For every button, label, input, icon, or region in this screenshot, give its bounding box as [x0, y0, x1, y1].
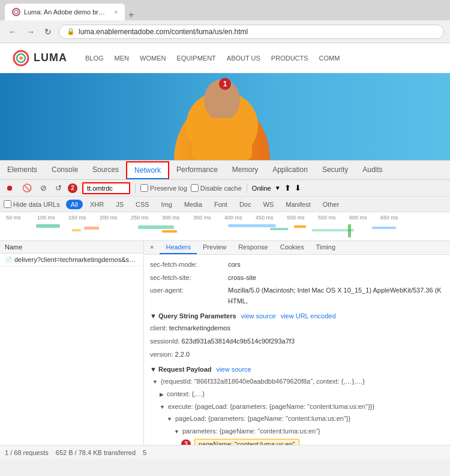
dropdown-arrow-icon: ▼	[275, 185, 281, 191]
details-tab-timing[interactable]: Timing	[310, 241, 341, 254]
pill-js[interactable]: JS	[111, 200, 128, 209]
svg-text:150 ms: 150 ms	[68, 215, 86, 221]
nav-products[interactable]: PRODUCTS	[271, 55, 308, 62]
param-version: version: 2.2.0	[150, 348, 444, 361]
tab-performance[interactable]: Performance	[169, 162, 225, 179]
svg-text:300 ms: 300 ms	[162, 215, 180, 221]
filter-input[interactable]	[82, 182, 130, 194]
svg-rect-30	[312, 229, 354, 231]
tree-item-parameters[interactable]: ▼ parameters: {pageName: "content:luma:u…	[150, 425, 444, 438]
svg-text:50 ms: 50 ms	[6, 215, 21, 221]
back-button[interactable]: ←	[6, 26, 19, 38]
tree-item-pageload[interactable]: ▼ pageLoad: {parameters: {pageName: "con…	[150, 412, 444, 425]
active-tab[interactable]: Luma: An Adobe demo brand ×	[5, 4, 125, 20]
pill-all[interactable]: All	[66, 200, 83, 209]
pill-other[interactable]: Other	[318, 200, 344, 209]
browser-chrome: Luma: An Adobe demo brand × + ← → ↻ 🔒 lu…	[0, 0, 450, 43]
hide-data-urls-checkbox[interactable]	[4, 200, 11, 208]
file-icon: 📄	[5, 257, 12, 263]
svg-text:650 ms: 650 ms	[380, 215, 398, 221]
download-icon: ⬇	[295, 183, 301, 192]
filter-button[interactable]: ⊘	[38, 182, 49, 194]
nav-about-us[interactable]: ABOUT US	[227, 55, 260, 62]
tree-item-pagename[interactable]: 3 pageName: "content:luma:us:en"	[150, 438, 444, 445]
details-panel[interactable]: × Headers Preview Response Cookies Timin…	[144, 241, 450, 445]
tree-item-context[interactable]: ▶ context: {,…}	[150, 388, 444, 400]
pill-media[interactable]: Media	[179, 200, 207, 209]
tab-console[interactable]: Console	[44, 162, 85, 179]
details-tab-preview[interactable]: Preview	[197, 241, 232, 254]
svg-rect-27	[228, 224, 276, 227]
tab-close-button[interactable]: ×	[114, 9, 118, 16]
tree-item-0[interactable]: ▼ {requestId: "866f332a818640e0aabdbb467…	[150, 375, 444, 388]
annotation-1: 1	[219, 78, 231, 90]
svg-point-1	[14, 10, 18, 14]
tab-title: Luma: An Adobe demo brand	[24, 8, 108, 16]
search-button[interactable]: ↺	[53, 182, 64, 194]
header-row-sec-fetch-site: sec-fetch-site: cross-site	[150, 272, 444, 285]
main-panel: Name 📄 delivery?client=techmarketingdemo…	[0, 241, 450, 445]
tab-application[interactable]: Application	[265, 162, 315, 179]
tab-favicon	[12, 8, 20, 16]
details-tab-response[interactable]: Response	[232, 241, 274, 254]
preserve-log-label[interactable]: Preserve log	[140, 184, 187, 192]
tab-sources[interactable]: Sources	[85, 162, 126, 179]
refresh-button[interactable]: ↻	[42, 26, 54, 38]
view-url-encoded-link[interactable]: view URL encoded	[281, 312, 336, 320]
nav-blog[interactable]: BLOG	[85, 55, 104, 62]
request-count: 1 / 68 requests	[5, 449, 49, 456]
address-url: luma.enablementadobe.com/content/luma/us…	[79, 28, 248, 36]
tab-memory[interactable]: Memory	[225, 162, 265, 179]
tab-bar: Luma: An Adobe demo brand × +	[0, 0, 450, 20]
pill-xhr[interactable]: XHR	[85, 200, 109, 209]
highlighted-pagename: pageName: "content:luma:us:en"	[194, 439, 299, 445]
details-tab-headers[interactable]: Headers	[160, 241, 197, 254]
nav-women[interactable]: WOMEN	[140, 55, 166, 62]
svg-text:550 ms: 550 ms	[318, 215, 336, 221]
payload-tree: ▼ {requestId: "866f332a818640e0aabdbb467…	[150, 375, 444, 445]
preserve-log-checkbox[interactable]	[140, 184, 148, 192]
address-input[interactable]: 🔒 luma.enablementadobe.com/content/luma/…	[59, 25, 444, 39]
clear-button[interactable]: 🚫	[20, 182, 34, 194]
pill-css[interactable]: CSS	[131, 200, 154, 209]
tab-security[interactable]: Security	[315, 162, 355, 179]
record-button[interactable]: ⏺	[4, 182, 16, 194]
forward-button[interactable]: →	[24, 26, 37, 38]
view-source-link[interactable]: view source	[241, 312, 276, 320]
disable-cache-checkbox[interactable]	[191, 184, 199, 192]
network-toolbar: ⏺ 🚫 ⊘ ↺ 2 Preserve log Disable cache Onl…	[0, 180, 450, 197]
param-sessionid: sessionId: 623d931a53814d4c9b514c90f293a…	[150, 335, 444, 348]
nav-comm[interactable]: COMM	[319, 55, 340, 62]
tab-network[interactable]: Network	[126, 161, 169, 179]
nav-equipment[interactable]: EQUIPMENT	[176, 55, 215, 62]
new-tab-button[interactable]: +	[125, 10, 137, 20]
filter-pills-bar: Hide data URLs All XHR JS CSS Img Media …	[0, 197, 450, 212]
svg-rect-26	[162, 230, 177, 233]
tab-audits[interactable]: Audits	[355, 162, 389, 179]
svg-text:600 ms: 600 ms	[349, 215, 367, 221]
hide-data-urls-label[interactable]: Hide data URLs	[4, 200, 60, 208]
svg-rect-33	[84, 227, 99, 230]
payload-view-source-link[interactable]: view source	[217, 366, 251, 373]
disable-cache-label[interactable]: Disable cache	[191, 184, 242, 192]
devtools-tab-bar: Elements Console Sources Network Perform…	[0, 161, 450, 180]
nav-men[interactable]: MEN	[115, 55, 129, 62]
network-timeline: 50 ms 100 ms 150 ms 200 ms 250 ms 300 ms…	[0, 212, 450, 241]
pill-img[interactable]: Img	[157, 200, 177, 209]
pill-ws[interactable]: WS	[258, 200, 278, 209]
details-close-button[interactable]: ×	[144, 241, 160, 254]
details-tab-cookies[interactable]: Cookies	[274, 241, 310, 254]
svg-rect-28	[270, 228, 288, 230]
tab-elements[interactable]: Elements	[0, 162, 44, 179]
luma-logo[interactable]: LUMA	[12, 49, 67, 67]
details-content: sec-fetch-mode: cors sec-fetch-site: cro…	[144, 255, 450, 445]
svg-rect-31	[348, 224, 351, 237]
pill-doc[interactable]: Doc	[235, 200, 256, 209]
tree-item-execute[interactable]: ▼ execute: {pageLoad: {parameters: {page…	[150, 400, 444, 413]
table-row[interactable]: 📄 delivery?client=techmarketingdemos&ses…	[0, 254, 143, 266]
svg-point-4	[19, 56, 23, 60]
pill-manifest[interactable]: Manifest	[281, 200, 316, 209]
annotation-2: 2	[68, 183, 77, 193]
devtools: Elements Console Sources Network Perform…	[0, 160, 450, 459]
pill-font[interactable]: Font	[209, 200, 232, 209]
